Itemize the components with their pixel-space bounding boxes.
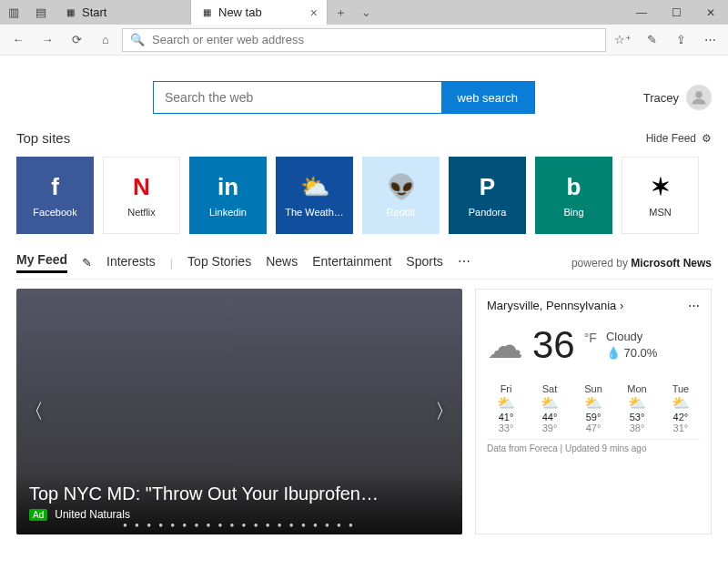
tile-label: Reddit	[387, 207, 416, 218]
tile-label: The Weath…	[285, 207, 344, 218]
powered-by: powered by Microsoft News	[571, 257, 712, 270]
tab-favicon-icon: ▦	[200, 6, 213, 19]
tab-favicon-icon: ▦	[64, 6, 76, 19]
web-search-input[interactable]	[154, 82, 441, 113]
set-aside-tabs-icon[interactable]: ▥	[0, 0, 27, 25]
tile-icon: 👽	[387, 173, 416, 201]
chevron-right-icon[interactable]: 〉	[435, 398, 455, 425]
avatar[interactable]	[686, 85, 712, 110]
top-site-tile[interactable]: PPandora	[449, 157, 526, 234]
tile-label: Facebook	[33, 207, 76, 218]
tab-entertainment[interactable]: Entertainment	[312, 254, 391, 272]
tab-label: Start	[82, 5, 106, 19]
new-tab-button[interactable]: ＋	[328, 0, 353, 25]
hide-feed-link[interactable]: Hide Feed	[646, 132, 696, 145]
chevron-left-icon[interactable]: 〈	[24, 398, 44, 425]
tab-my-feed[interactable]: My Feed	[16, 252, 67, 273]
new-tab-page: web search Tracey Top sites Hide Feed ⚙ …	[0, 56, 728, 570]
forward-button[interactable]: →	[35, 27, 60, 53]
refresh-button[interactable]: ⟳	[64, 27, 89, 53]
tile-icon: b	[567, 173, 581, 201]
tile-label: Bing	[563, 207, 583, 218]
web-search-box: web search	[153, 81, 535, 114]
search-icon: 🔍	[130, 33, 145, 46]
top-site-tile[interactable]: fFacebook	[16, 157, 94, 234]
top-site-tile[interactable]: ✶MSN	[622, 157, 699, 234]
tile-label: Linkedin	[209, 207, 247, 218]
forecast-day: Sat⛅44°39°	[531, 383, 569, 433]
tab-new[interactable]: ▦ New tab ×	[191, 0, 328, 25]
tab-interests[interactable]: Interests	[106, 254, 156, 272]
forecast-day: Sun⛅59°47°	[574, 383, 612, 433]
more-icon[interactable]: ⋯	[688, 299, 700, 312]
forecast-day: Tue⛅42°31°	[662, 383, 700, 433]
top-site-tile[interactable]: NNetflix	[103, 157, 180, 234]
tile-icon: f	[51, 173, 59, 201]
gear-icon[interactable]: ⚙	[702, 132, 712, 145]
tile-label: MSN	[649, 207, 671, 218]
titlebar: ▥ ▤ ▦ Start ▦ New tab × ＋ ⌄ — ☐ ✕	[0, 0, 728, 25]
user-name[interactable]: Tracey	[643, 91, 679, 105]
weather-precip: 70.0%	[624, 346, 658, 360]
weather-forecast: Fri⛅41°33°Sat⛅44°39°Sun⛅59°47°Mon⛅53°38°…	[487, 378, 700, 439]
web-search-button[interactable]: web search	[441, 82, 534, 113]
tab-start[interactable]: ▦ Start	[55, 0, 191, 25]
weather-condition: Cloudy	[606, 330, 642, 343]
url-input[interactable]	[152, 33, 598, 46]
tile-icon: in	[217, 173, 238, 201]
pencil-icon[interactable]: ✎	[82, 256, 92, 270]
top-sites-tiles: fFacebookNNetflixinLinkedin⛅The Weath…👽R…	[16, 151, 712, 247]
tile-label: Pandora	[469, 207, 507, 218]
forecast-day: Mon⛅53°38°	[618, 383, 656, 433]
weather-footer: Data from Foreca | Updated 9 mins ago	[487, 439, 700, 453]
favorites-button[interactable]: ☆⁺	[610, 27, 635, 53]
top-site-tile[interactable]: 👽Reddit	[362, 157, 440, 234]
weather-location: Marysville, Pennsylvania	[487, 299, 616, 312]
show-aside-tabs-icon[interactable]: ▤	[27, 0, 55, 25]
forecast-day: Fri⛅41°33°	[487, 383, 525, 433]
ad-badge: Ad	[29, 509, 47, 521]
back-button[interactable]: ←	[5, 27, 31, 53]
window-close-button[interactable]: ✕	[693, 0, 728, 25]
close-icon[interactable]: ×	[310, 5, 318, 20]
chevron-right-icon[interactable]: ›	[620, 299, 623, 312]
top-site-tile[interactable]: inLinkedin	[189, 157, 267, 234]
cloud-icon: ☁	[487, 324, 523, 366]
settings-more-button[interactable]: ⋯	[697, 27, 723, 53]
weather-unit: °F	[584, 323, 597, 345]
window-minimize-button[interactable]: —	[624, 0, 659, 25]
top-sites-heading: Top sites	[16, 130, 70, 146]
home-button[interactable]: ⌂	[93, 27, 118, 53]
top-site-tile[interactable]: ⛅The Weath…	[276, 157, 353, 234]
weather-temp: 36	[532, 323, 575, 367]
tab-more[interactable]: ⋯	[458, 254, 470, 272]
tab-top-stories[interactable]: Top Stories	[187, 254, 251, 272]
top-site-tile[interactable]: bBing	[535, 157, 612, 234]
tab-preview-icon[interactable]: ⌄	[353, 0, 379, 25]
tile-icon: ⛅	[300, 173, 329, 201]
tile-icon: ✶	[651, 173, 671, 201]
hero-story[interactable]: 〈 〉 Top NYC MD: "Throw Out Your Ibuprofe…	[16, 289, 462, 534]
notes-button[interactable]: ✎	[639, 27, 664, 53]
tile-label: Netflix	[127, 207, 156, 218]
tab-sports[interactable]: Sports	[406, 254, 442, 272]
tab-label: New tab	[218, 5, 262, 19]
tab-news[interactable]: News	[266, 254, 298, 272]
svg-point-0	[695, 91, 703, 98]
tile-icon: N	[133, 173, 150, 201]
weather-card[interactable]: Marysville, Pennsylvania › ⋯ ☁ 36 °F Clo…	[475, 289, 712, 534]
window-maximize-button[interactable]: ☐	[659, 0, 693, 25]
carousel-dots[interactable]: ● ● ● ● ● ● ● ● ● ● ● ● ● ● ● ● ● ● ● ●	[29, 521, 450, 529]
share-button[interactable]: ⇪	[668, 27, 693, 53]
hero-headline: Top NYC MD: "Throw Out Your Ibuprofen…	[29, 483, 450, 504]
toolbar: ← → ⟳ ⌂ 🔍 ☆⁺ ✎ ⇪ ⋯	[0, 25, 728, 56]
tile-icon: P	[480, 173, 495, 201]
hero-source: United Naturals	[55, 508, 130, 521]
address-bar[interactable]: 🔍	[122, 28, 606, 52]
